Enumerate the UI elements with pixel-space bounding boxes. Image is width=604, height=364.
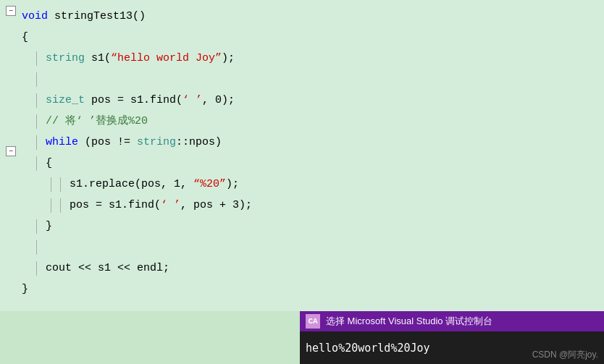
console-icon: CA: [306, 314, 320, 329]
console-titlebar: CA 选择 Microsoft Visual Studio 调试控制台: [300, 311, 604, 331]
kw-string-2: string: [137, 132, 176, 153]
code-line-3: string s1(“hello world Joy”);: [22, 48, 598, 69]
kw-void: void: [22, 6, 54, 27]
console-output-text: hello%20world%20Joy: [306, 342, 430, 355]
code-line-7: while (pos != string::npos): [22, 132, 598, 153]
code-line-12: [22, 237, 598, 258]
code-line-13: cout << s1 << endl;: [22, 258, 598, 279]
code-line-10: pos = s1.find(‘ ’, pos + 3);: [22, 195, 598, 216]
comment-1: // 将‘ ’替换成%20: [46, 111, 148, 132]
open-brace-1: {: [22, 27, 28, 48]
close-brace-2: }: [46, 216, 52, 237]
code-line-4: [22, 69, 598, 90]
close-brace-1: }: [22, 279, 28, 300]
open-brace-2: {: [46, 153, 52, 174]
s1-decl: s1(: [91, 48, 111, 69]
code-line-2: {: [22, 27, 598, 48]
code-line-1: void stringTest13(): [22, 6, 598, 27]
code-line-6: // 将‘ ’替换成%20: [22, 111, 598, 132]
code-lines: void stringTest13() { string s1(“hello w…: [22, 0, 604, 311]
console-output-area: hello%20world%20Joy CSDN @阿亮joy.: [300, 331, 604, 364]
func-name: stringTest13(): [54, 6, 146, 27]
code-line-14: }: [22, 279, 598, 300]
code-line-11: }: [22, 216, 598, 237]
console-title: 选择 Microsoft Visual Studio 调试控制台: [326, 315, 492, 328]
console-panel: CA 选择 Microsoft Visual Studio 调试控制台 hell…: [300, 311, 604, 364]
code-line-9: s1.replace(pos, 1, “%20”);: [22, 174, 598, 195]
code-editor: − − void stringTest13() { string s1(“hel…: [0, 0, 604, 311]
kw-string-1: string: [46, 48, 91, 69]
collapse-btn-while[interactable]: −: [6, 146, 16, 156]
kw-while: while: [46, 132, 85, 153]
collapse-btn-func[interactable]: −: [6, 6, 16, 16]
code-line-8: {: [22, 153, 598, 174]
kw-size_t: size_t: [46, 90, 91, 111]
code-line-5: size_t pos = s1.find(‘ ’, 0);: [22, 90, 598, 111]
str-hello: “hello world Joy”: [111, 48, 222, 69]
console-watermark: CSDN @阿亮joy.: [532, 349, 598, 361]
